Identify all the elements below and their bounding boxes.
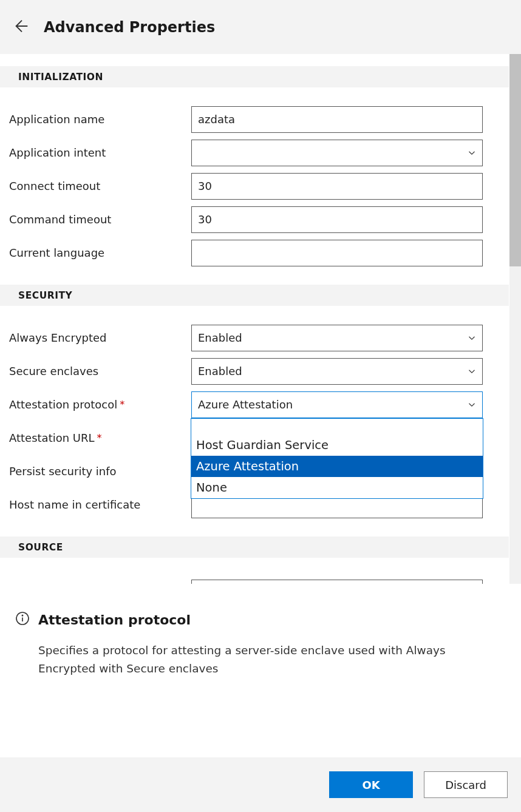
content-scroll-area: INITIALIZATION Application name Applicat…	[0, 54, 521, 584]
required-indicator: *	[97, 432, 102, 444]
scrollbar-thumb[interactable]	[509, 54, 521, 266]
svg-point-2	[22, 615, 22, 616]
select-secure-enclaves[interactable]: Enabled	[191, 358, 483, 385]
row-application-intent: Application intent	[9, 136, 512, 169]
dialog-footer: OK Discard	[0, 757, 521, 812]
section-source-body: Context connection	[0, 558, 521, 584]
select-always-encrypted[interactable]: Enabled	[191, 325, 483, 351]
dropdown-option-hgs[interactable]: Host Guardian Service	[191, 435, 483, 456]
input-application-name[interactable]	[191, 106, 483, 133]
input-current-language[interactable]	[191, 240, 483, 266]
row-command-timeout: Command timeout	[9, 203, 512, 236]
chevron-down-icon	[466, 140, 477, 166]
row-current-language: Current language	[9, 236, 512, 269]
back-button[interactable]	[12, 16, 32, 38]
required-indicator: *	[120, 399, 124, 410]
discard-button[interactable]: Discard	[424, 771, 508, 798]
scrollbar-track[interactable]	[509, 54, 521, 584]
label-current-language: Current language	[9, 246, 191, 259]
chevron-down-icon	[466, 392, 477, 418]
description-text: Specifies a protocol for attesting a ser…	[15, 641, 506, 677]
row-connect-timeout: Connect timeout	[9, 169, 512, 203]
back-arrow-icon	[12, 16, 32, 36]
label-application-name: Application name	[9, 113, 191, 126]
label-persist-security-info: Persist security info	[9, 465, 191, 478]
chevron-down-icon	[466, 359, 477, 384]
description-title: Attestation protocol	[38, 612, 191, 628]
label-application-intent: Application intent	[9, 146, 191, 159]
label-attestation-url: Attestation URL *	[9, 431, 191, 444]
section-source-header: SOURCE	[0, 536, 509, 558]
row-application-name: Application name	[9, 103, 512, 136]
row-context-connection: Context connection	[9, 576, 512, 584]
page-header: Advanced Properties	[0, 0, 521, 54]
chevron-down-icon	[466, 325, 477, 351]
ok-button[interactable]: OK	[329, 771, 413, 798]
select-context-connection[interactable]	[191, 580, 483, 584]
dropdown-option-azure[interactable]: Azure Attestation	[191, 456, 483, 477]
section-initialization-header: INITIALIZATION	[0, 66, 509, 87]
label-command-timeout: Command timeout	[9, 213, 191, 226]
section-security-body: Always Encrypted Enabled Secure enclaves…	[0, 306, 521, 536]
label-host-name-certificate: Host name in certificate	[9, 498, 191, 511]
row-secure-enclaves: Secure enclaves Enabled	[9, 354, 512, 388]
section-initialization-body: Application name Application intent Conn…	[0, 87, 521, 285]
label-attestation-protocol: Attestation protocol *	[9, 398, 191, 411]
dropdown-option-none[interactable]: None	[191, 477, 483, 498]
label-connect-timeout: Connect timeout	[9, 180, 191, 192]
select-application-intent[interactable]	[191, 140, 483, 166]
label-secure-enclaves: Secure enclaves	[9, 365, 191, 377]
page-title: Advanced Properties	[44, 19, 215, 36]
input-command-timeout[interactable]	[191, 206, 483, 233]
info-icon	[15, 611, 30, 628]
label-always-encrypted: Always Encrypted	[9, 331, 191, 344]
dropdown-attestation-protocol-list: Host Guardian Service Azure Attestation …	[191, 418, 483, 499]
section-security-header: SECURITY	[0, 285, 509, 306]
select-attestation-protocol[interactable]: Azure Attestation	[191, 391, 483, 418]
input-connect-timeout[interactable]	[191, 173, 483, 200]
row-attestation-protocol: Attestation protocol * Azure Attestation…	[9, 388, 512, 421]
description-panel: Attestation protocol Specifies a protoco…	[0, 584, 521, 757]
row-always-encrypted: Always Encrypted Enabled	[9, 321, 512, 354]
